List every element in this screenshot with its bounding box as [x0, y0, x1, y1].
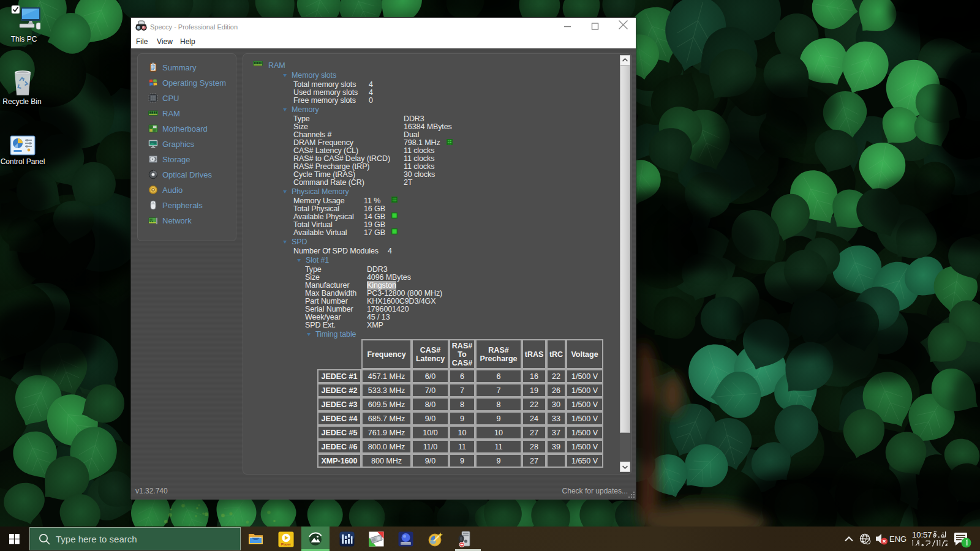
svg-text:Player: Player: [281, 542, 292, 546]
